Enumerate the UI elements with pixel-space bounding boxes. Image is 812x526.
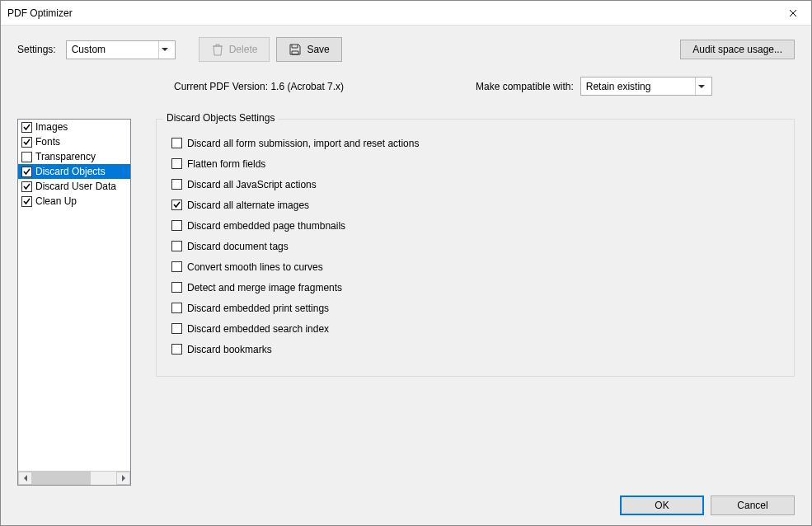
checkbox-icon [21,181,32,192]
option-label: Discard all form submission, import and … [187,138,419,149]
option-checkbox[interactable]: Discard all form submission, import and … [171,133,779,153]
checkbox-icon [21,137,32,148]
option-label: Convert smooth lines to curves [187,261,323,273]
toolbar: Settings: Custom Delete Save [17,37,795,62]
option-label: Discard all alternate images [187,200,309,211]
current-version-label: Current PDF Version: 1.6 (Acrobat 7.x) [174,81,413,92]
option-checkbox[interactable]: Detect and merge image fragments [171,277,779,298]
close-button[interactable] [774,1,811,25]
main-area: ImagesFontsTransparencyDiscard ObjectsDi… [17,119,795,486]
checkbox-icon [171,303,182,313]
sidebar-item[interactable]: Clean Up [18,194,130,209]
sidebar-item[interactable]: Discard User Data [18,179,130,194]
info-row: Current PDF Version: 1.6 (Acrobat 7.x) M… [17,77,795,96]
save-button[interactable]: Save [276,37,341,62]
option-label: Flatten form fields [187,158,265,170]
option-label: Detect and merge image fragments [187,282,342,294]
sidebar-item[interactable]: Images [18,120,130,134]
checkbox-icon [171,241,182,251]
option-checkbox[interactable]: Discard all JavaScript actions [171,174,779,195]
scroll-thumb[interactable] [32,472,91,485]
checkbox-icon [171,200,182,210]
option-label: Discard embedded search index [187,323,329,335]
cancel-button-label: Cancel [737,500,767,511]
scroll-left-arrow[interactable] [18,472,32,485]
titlebar: PDF Optimizer [1,1,811,26]
category-listbox[interactable]: ImagesFontsTransparencyDiscard ObjectsDi… [17,119,131,486]
option-label: Discard embedded print settings [187,303,329,314]
save-button-label: Save [307,44,329,55]
dialog-window: PDF Optimizer Settings: Custom Delete [0,0,812,526]
sidebar-item-label: Fonts [35,136,60,148]
checkbox-icon [171,261,182,272]
group-title: Discard Objects Settings [163,112,278,124]
option-checkbox[interactable]: Discard embedded print settings [171,298,779,318]
close-icon [789,9,797,17]
checkbox-icon [171,282,182,293]
ok-button-label: OK [655,500,669,511]
option-checkbox[interactable]: Flatten form fields [171,153,779,174]
scroll-right-arrow[interactable] [116,472,130,485]
delete-button-label: Delete [229,44,258,55]
option-label: Discard document tags [187,241,289,252]
settings-combo[interactable]: Custom [66,40,176,59]
compat-combo[interactable]: Retain existing [580,77,712,96]
sidebar-item-label: Images [35,121,68,133]
option-label: Discard embedded page thumbnails [187,220,345,232]
option-label: Discard bookmarks [187,344,272,355]
sidebar-item-label: Transparency [35,151,96,162]
category-sidebar: ImagesFontsTransparencyDiscard ObjectsDi… [17,119,131,486]
cancel-button[interactable]: Cancel [711,495,795,515]
checkbox-icon [171,220,182,231]
option-checkbox[interactable]: Discard bookmarks [171,339,779,359]
sidebar-item-label: Discard User Data [35,181,116,192]
sidebar-item-label: Clean Up [35,195,77,207]
trash-icon [211,43,224,56]
settings-label: Settings: [17,44,56,55]
compat-label: Make compatible with: [476,81,574,92]
option-checkbox[interactable]: Convert smooth lines to curves [171,256,779,277]
discard-objects-group: Discard Objects Settings Discard all for… [156,119,795,377]
checkbox-icon [171,344,182,355]
checkbox-icon [21,196,32,207]
audit-button[interactable]: Audit space usage... [680,40,795,59]
content-area: Settings: Custom Delete Save [1,26,811,525]
chevron-down-icon [695,77,708,95]
sidebar-item[interactable]: Transparency [18,149,130,164]
checkbox-icon [171,158,182,169]
ok-button[interactable]: OK [620,495,704,515]
checkbox-icon [21,152,32,162]
audit-button-label: Audit space usage... [692,44,782,55]
checkbox-icon [171,138,182,148]
checkbox-icon [21,167,32,177]
checkbox-icon [171,179,182,190]
checkbox-icon [171,323,182,334]
window-title: PDF Optimizer [7,7,774,19]
checkbox-icon [21,122,32,133]
sidebar-item[interactable]: Fonts [18,134,130,149]
scroll-track[interactable] [32,472,116,485]
sidebar-item-label: Discard Objects [35,166,106,177]
option-checkbox[interactable]: Discard all alternate images [171,195,779,215]
option-checkbox[interactable]: Discard embedded search index [171,318,779,339]
option-checkbox[interactable]: Discard embedded page thumbnails [171,215,779,236]
compat-combo-value: Retain existing [586,81,695,92]
save-icon [289,43,302,56]
chevron-down-icon [158,41,171,59]
option-label: Discard all JavaScript actions [187,179,317,190]
delete-button: Delete [199,37,270,62]
settings-combo-value: Custom [72,44,158,55]
option-checkbox[interactable]: Discard document tags [171,236,779,256]
dialog-button-bar: OK Cancel [17,486,795,515]
sidebar-item[interactable]: Discard Objects [18,164,130,179]
horizontal-scrollbar[interactable] [18,471,130,485]
settings-panel: Discard Objects Settings Discard all for… [156,119,795,486]
